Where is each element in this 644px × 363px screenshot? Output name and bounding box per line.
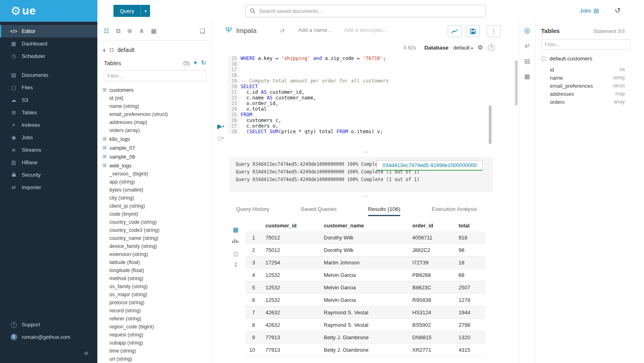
- tab-query-history[interactable]: Query History: [236, 203, 270, 216]
- table-item-customers[interactable]: ⊞customers: [103, 85, 212, 94]
- download-icon[interactable]: ↧: [233, 262, 238, 268]
- log-resize-handle[interactable]: ⋯: [212, 151, 519, 155]
- sidebar-item-hbase[interactable]: ▥HBase: [0, 156, 97, 169]
- sidebar-item-s3[interactable]: ☁S3: [0, 94, 97, 106]
- sidebar-collapse-button[interactable]: «: [0, 343, 97, 363]
- sidebar-item-support[interactable]: ? Support: [0, 318, 97, 331]
- column-item[interactable]: record (string): [103, 307, 212, 315]
- table-item-k8s-logs[interactable]: ⊞k8s_logs: [103, 134, 212, 143]
- right-column-item-id[interactable]: idint: [541, 66, 644, 74]
- right-filter-input[interactable]: [541, 39, 630, 50]
- sidebar-item-jobs[interactable]: ◉Jobs: [0, 131, 97, 144]
- column-item[interactable]: subapp (string): [103, 339, 212, 347]
- tab-saved-queries[interactable]: Saved Queries: [301, 203, 337, 216]
- query-dropdown-caret-icon[interactable]: ▾: [140, 5, 150, 17]
- left-filter-input[interactable]: [104, 70, 206, 81]
- zoom-icon[interactable]: ⊕: [127, 27, 132, 35]
- column-header-total[interactable]: total: [459, 223, 486, 229]
- column-item[interactable]: os_major (string): [103, 291, 212, 299]
- main-scrollbar[interactable]: [515, 60, 518, 105]
- table-row[interactable]: 612532Melvin GarciaR9S8381278: [245, 294, 486, 306]
- editor-help-icon[interactable]: ?: [488, 44, 495, 51]
- column-item[interactable]: longitude (float): [103, 266, 212, 274]
- code-editor[interactable]: WHERE a.key = 'shipping' and a.zip_code …: [241, 56, 507, 134]
- results-resize-handle[interactable]: ⋯: [212, 194, 519, 199]
- grid-view-icon[interactable]: ▦: [233, 227, 239, 233]
- column-item[interactable]: region_code (bigint): [103, 323, 212, 331]
- column-item[interactable]: extension (string): [103, 250, 212, 258]
- query-description-input[interactable]: [344, 27, 394, 33]
- table-item-sample-08[interactable]: ⊞sample_08: [103, 152, 212, 161]
- more-actions-button[interactable]: ⋮: [487, 25, 501, 37]
- column-item[interactable]: os_family (string): [103, 283, 212, 291]
- sidebar-item-files[interactable]: ▢Files: [0, 81, 97, 94]
- column-item[interactable]: addresses (map): [103, 118, 212, 126]
- column-item[interactable]: _version_ (bigint): [103, 170, 212, 178]
- column-item[interactable]: city (string): [103, 194, 212, 202]
- column-item[interactable]: request (string): [103, 331, 212, 339]
- right-column-item-name[interactable]: namestring: [541, 74, 644, 82]
- tab-results-106[interactable]: Results (106): [368, 203, 400, 216]
- column-item[interactable]: client_ip (string): [103, 202, 212, 210]
- column-header-customer-id[interactable]: customer_id: [265, 223, 324, 229]
- chart-button[interactable]: [448, 25, 462, 37]
- table-row[interactable]: 175012Dorothy Wilk4056711918: [245, 231, 486, 244]
- sidebar-item-editor[interactable]: </>Editor: [0, 25, 97, 37]
- column-item[interactable]: country_code (string): [103, 218, 212, 226]
- sitemap-icon[interactable]: ⋔: [139, 27, 144, 35]
- column-item[interactable]: time (string): [103, 347, 212, 355]
- column-item[interactable]: device_family (string): [103, 242, 212, 250]
- sidebar-item-tables[interactable]: ⊞Tables: [0, 106, 97, 119]
- table-row[interactable]: 412532Melvin GarciaPB626868: [245, 269, 486, 281]
- sidebar-item-dashboard[interactable]: ▦Dashboard: [0, 37, 97, 50]
- database-selector[interactable]: default ▾: [453, 45, 473, 51]
- assist-toggle-icon[interactable]: ◎: [524, 27, 530, 33]
- table-row[interactable]: 977913Betty J. GiambroneDN88151320: [245, 331, 486, 344]
- right-column-item-orders[interactable]: ordersarray: [541, 98, 644, 106]
- column-item[interactable]: url (string): [103, 355, 212, 363]
- settings-gear-icon[interactable]: ⚙: [478, 44, 483, 51]
- column-item[interactable]: country_name (string): [103, 234, 212, 242]
- sidebar-item-documents[interactable]: ▤Documents: [0, 69, 97, 81]
- column-item[interactable]: method (string): [103, 274, 212, 283]
- table-item-sample-07[interactable]: ⊞sample_07: [103, 143, 212, 152]
- column-header-customer-name[interactable]: customer_name: [324, 223, 412, 229]
- table-row[interactable]: 742632Raymond S. VestalHS31241944: [245, 306, 486, 319]
- table-row[interactable]: 512532Melvin GarciaB8623C2507: [245, 281, 486, 294]
- editor-scrollbar[interactable]: [489, 105, 492, 144]
- column-item[interactable]: code (tinyint): [103, 210, 212, 218]
- right-column-item-addresses[interactable]: addressesmap: [541, 90, 644, 98]
- sidebar-item-importer[interactable]: ⇄Importer: [0, 181, 97, 194]
- jobs-link[interactable]: Jobs ▤: [580, 7, 599, 14]
- table-row[interactable]: 1077913Betty J. GiambroneXR27714315: [245, 344, 486, 356]
- sidebar-item-security[interactable]: Security: [0, 169, 97, 181]
- sidebar-item-indexes[interactable]: ⌖Indexes: [0, 119, 97, 131]
- tab-execution-analysis[interactable]: Execution Analysis: [432, 203, 477, 216]
- column-item[interactable]: id (int): [103, 94, 212, 102]
- refresh-icon[interactable]: ↻: [201, 59, 206, 66]
- column-item[interactable]: protocol (string): [103, 299, 212, 307]
- breadcrumb-database[interactable]: default: [117, 47, 134, 53]
- search-input[interactable]: [259, 8, 486, 14]
- columns-view-icon[interactable]: ◫: [233, 251, 238, 256]
- editor-options-button[interactable]: ◻▾: [217, 135, 231, 141]
- back-chevron-icon[interactable]: ‹: [103, 47, 105, 53]
- copy-icon[interactable]: ⧉: [116, 27, 120, 35]
- column-item[interactable]: referer (string): [103, 315, 212, 323]
- column-item[interactable]: bytes (smallint): [103, 186, 212, 194]
- column-item[interactable]: email_preferences (struct): [103, 110, 212, 118]
- column-item[interactable]: country_code3 (string): [103, 226, 212, 234]
- query-button[interactable]: Query ▾: [113, 5, 150, 17]
- hue-logo[interactable]: ⚙ue: [0, 0, 97, 22]
- functions-icon[interactable]: x²: [525, 43, 530, 49]
- right-column-item-email-preferences[interactable]: email_preferencesstruct: [541, 82, 644, 90]
- column-header-order-id[interactable]: order_id: [412, 223, 459, 229]
- sidebar-item-user[interactable]: R romain@gethue.com: [0, 331, 97, 343]
- query-name-input[interactable]: [298, 27, 339, 33]
- table-row[interactable]: 842632Raymond S. VestalBS59022798: [245, 319, 486, 331]
- language-reference-icon[interactable]: ▤: [524, 58, 530, 64]
- query-history-icon[interactable]: ↺: [615, 6, 621, 15]
- bag-icon[interactable]: ❑: [200, 27, 205, 35]
- sidebar-item-streams[interactable]: ≋Streams: [0, 144, 97, 156]
- column-item[interactable]: orders (array): [103, 126, 212, 134]
